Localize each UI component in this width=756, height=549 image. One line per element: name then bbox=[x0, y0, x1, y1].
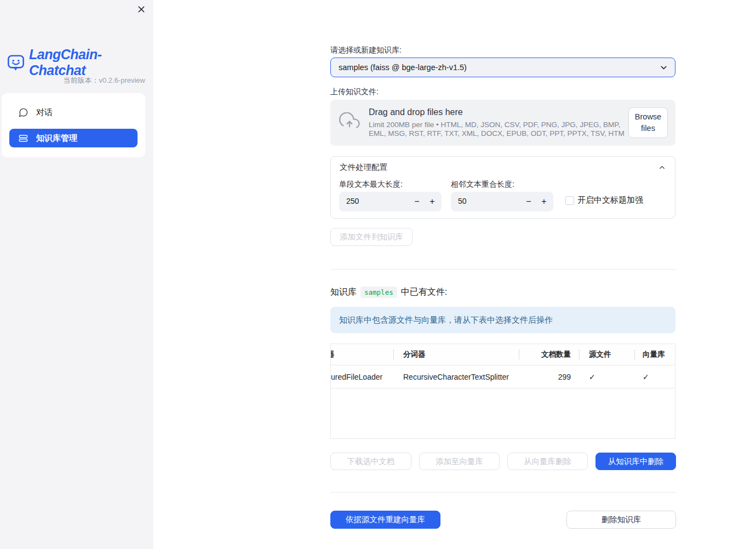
column-separator bbox=[519, 350, 519, 359]
info-banner-text: 知识库中包含源文件与向量库，请从下表中选择文件后操作 bbox=[339, 315, 553, 325]
dropzone-title: Drag and drop files here bbox=[369, 107, 628, 117]
chunk-size-value[interactable]: 250 bbox=[346, 197, 359, 205]
delete-from-kb-button[interactable]: 从知识库中删除 bbox=[595, 453, 676, 470]
dropzone-text: Drag and drop files here Limit 200MB per… bbox=[369, 107, 628, 138]
existing-files-heading: 知识库 samples 中已有文件: bbox=[330, 287, 447, 298]
add-to-vector-store-button[interactable]: 添加至向量库 bbox=[419, 453, 500, 470]
plus-button[interactable]: + bbox=[536, 192, 552, 211]
col-header-vector-store: 向量库 bbox=[634, 350, 675, 359]
zh-title-enhance-label: 开启中文标题加强 bbox=[577, 195, 643, 205]
delete-kb-button[interactable]: 删除知识库 bbox=[566, 511, 676, 529]
stacked-list-icon bbox=[18, 133, 28, 144]
cloud-upload-icon bbox=[339, 112, 360, 133]
file-dropzone[interactable]: Drag and drop files here Limit 200MB per… bbox=[330, 100, 675, 146]
expander-title: 文件处理配置 bbox=[340, 162, 387, 173]
app-root: LangChain-Chatchat 当前版本：v0.2.6-preview 对… bbox=[0, 0, 756, 549]
sidebar-nav: 对话 知识库管理 bbox=[2, 93, 145, 157]
version-label: 当前版本： bbox=[63, 76, 99, 84]
files-heading-suffix: 中已有文件: bbox=[401, 287, 447, 298]
app-logo: LangChain-Chatchat bbox=[7, 47, 153, 78]
kb-name-code: samples bbox=[360, 287, 397, 298]
col-header-doc-count: 文档数量 bbox=[519, 350, 579, 359]
rebuild-vector-store-button[interactable]: 依据源文件重建向量库 bbox=[330, 511, 440, 529]
close-icon bbox=[137, 5, 146, 14]
overlap-size-stepper: 50 − + bbox=[451, 192, 553, 211]
sidebar-item-dialogue[interactable]: 对话 bbox=[9, 103, 138, 122]
kb-files-table[interactable]: 器 分词器 文档数量 源文件 向量库 uredFileLoader Recurs… bbox=[330, 344, 675, 439]
table-row[interactable]: uredFileLoader RecursiveCharacterTextSpl… bbox=[331, 365, 675, 388]
version-value: v0.2.6-preview bbox=[99, 76, 145, 84]
col-header-source-file: 源文件 bbox=[579, 350, 634, 359]
add-files-to-kb-button[interactable]: 添加文件到知识库 bbox=[330, 228, 413, 246]
sidebar-item-label: 知识库管理 bbox=[36, 133, 77, 144]
cell-loader: uredFileLoader bbox=[331, 373, 393, 381]
delete-from-vector-store-button[interactable]: 从向量库删除 bbox=[507, 453, 588, 470]
app-logo-text: LangChain-Chatchat bbox=[29, 47, 153, 78]
chunk-size-label: 单段文本最大长度: bbox=[339, 180, 403, 190]
zh-title-enhance-checkbox[interactable] bbox=[565, 196, 574, 205]
sidebar-item-knowledge-base[interactable]: 知识库管理 bbox=[9, 129, 138, 147]
minus-button[interactable]: − bbox=[520, 192, 537, 211]
cell-splitter: RecursiveCharacterTextSplitter bbox=[393, 373, 519, 381]
file-config-expander: 文件处理配置 单段文本最大长度: 相邻文本重合长度: 250 − + 50 − … bbox=[330, 156, 675, 219]
column-separator bbox=[634, 350, 635, 359]
info-banner: 知识库中包含源文件与向量库，请从下表中选择文件后操作 bbox=[330, 307, 675, 333]
col-header-loader: 器 bbox=[331, 350, 393, 359]
table-header-row: 器 分词器 文档数量 源文件 向量库 bbox=[331, 344, 675, 365]
divider bbox=[330, 492, 675, 493]
files-heading-prefix: 知识库 bbox=[330, 287, 357, 298]
divider bbox=[330, 269, 675, 270]
sidebar-item-label: 对话 bbox=[36, 107, 53, 118]
kb-select-label: 请选择或新建知识库: bbox=[330, 45, 402, 55]
cell-doc-count: 299 bbox=[519, 373, 579, 381]
sidebar-close-button[interactable] bbox=[135, 3, 148, 16]
minus-button[interactable]: − bbox=[409, 192, 425, 211]
chevron-up-icon bbox=[658, 163, 666, 171]
cell-vector-store-check: ✓ bbox=[634, 373, 675, 381]
overlap-size-value[interactable]: 50 bbox=[458, 197, 467, 205]
plus-button[interactable]: + bbox=[424, 192, 440, 211]
column-separator bbox=[579, 350, 580, 359]
dropzone-limit: Limit 200MB per file • HTML, MD, JSON, C… bbox=[369, 121, 628, 138]
column-separator bbox=[393, 350, 394, 359]
chunk-size-stepper: 250 − + bbox=[339, 192, 442, 211]
kb-select-value: samples (faiss @ bge-large-zh-v1.5) bbox=[339, 63, 659, 72]
chat-bubble-icon bbox=[18, 107, 28, 118]
sidebar: LangChain-Chatchat 当前版本：v0.2.6-preview 对… bbox=[0, 0, 153, 549]
chevron-down-icon bbox=[659, 63, 668, 72]
expander-header[interactable]: 文件处理配置 bbox=[340, 162, 666, 173]
kb-select[interactable]: samples (faiss @ bge-large-zh-v1.5) bbox=[330, 58, 675, 77]
download-selected-button[interactable]: 下载选中文档 bbox=[330, 453, 411, 470]
chat-smiley-logo-icon bbox=[7, 53, 25, 72]
version-info: 当前版本：v0.2.6-preview bbox=[63, 76, 145, 85]
cell-source-file-check: ✓ bbox=[579, 373, 634, 381]
col-header-splitter: 分词器 bbox=[393, 350, 519, 359]
upload-label: 上传知识文件: bbox=[330, 87, 379, 97]
overlap-size-label: 相邻文本重合长度: bbox=[451, 180, 514, 190]
browse-files-button[interactable]: Browse files bbox=[628, 107, 668, 138]
